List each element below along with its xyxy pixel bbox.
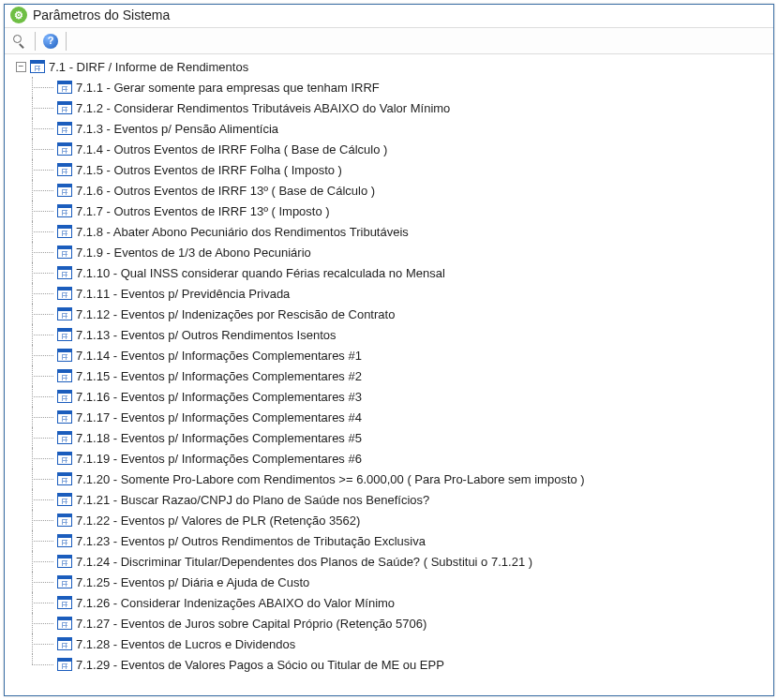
toolbar-separator	[66, 32, 67, 51]
tree-item-label: 7.1.9 - Eventos de 1/3 de Abono Pecuniár…	[76, 246, 311, 260]
tree-connector	[27, 97, 53, 118]
tree-connector	[27, 633, 53, 654]
tree-item[interactable]: 7.1.12 - Eventos p/ Indenizações por Res…	[23, 304, 770, 324]
tree-item-label: 7.1.2 - Considerar Rendimentos Tributáve…	[76, 101, 450, 115]
table-icon	[57, 349, 72, 362]
search-button[interactable]	[8, 30, 31, 52]
table-icon	[57, 142, 72, 156]
tree-item[interactable]: 7.1.26 - Considerar Indenizações ABAIXO …	[23, 592, 770, 613]
expander-icon[interactable]: −	[16, 62, 26, 72]
tree-connector	[27, 365, 53, 386]
table-icon	[57, 225, 72, 238]
table-icon	[57, 534, 72, 547]
tree-item[interactable]: 7.1.6 - Outros Eventos de IRRF 13º ( Bas…	[23, 180, 770, 201]
search-icon	[12, 34, 27, 49]
tree-item[interactable]: 7.1.8 - Abater Abono Pecuniário dos Rend…	[23, 221, 770, 242]
toolbar: ?	[5, 28, 773, 54]
table-icon	[57, 328, 72, 341]
tree-item[interactable]: 7.1.21 - Buscar Razao/CNPJ do Plano de S…	[23, 489, 770, 510]
tree-item[interactable]: 7.1.2 - Considerar Rendimentos Tributáve…	[23, 97, 770, 118]
table-icon	[57, 122, 72, 135]
table-icon	[57, 101, 72, 114]
tree-connector	[27, 613, 53, 633]
tree-item[interactable]: 7.1.19 - Eventos p/ Informações Compleme…	[23, 448, 770, 469]
tree-item[interactable]: 7.1.18 - Eventos p/ Informações Compleme…	[23, 427, 770, 448]
tree-item-label: 7.1.14 - Eventos p/ Informações Compleme…	[76, 349, 362, 363]
table-icon	[57, 472, 72, 485]
tree-connector	[27, 592, 53, 613]
tree-item-label: 7.1.28 - Eventos de Lucros e Dividendos	[76, 637, 295, 651]
tree-item-label: 7.1.15 - Eventos p/ Informações Compleme…	[76, 369, 362, 383]
tree-connector	[27, 386, 53, 407]
tree-connector	[27, 77, 53, 97]
tree-connector	[27, 510, 53, 530]
tree-item-label: 7.1.3 - Eventos p/ Pensão Alimentícia	[76, 122, 278, 136]
tree-item[interactable]: 7.1.20 - Somente Pro-Labore com Rendimen…	[23, 469, 770, 489]
tree-connector	[27, 448, 53, 469]
tree-connector	[27, 221, 53, 242]
tree-item[interactable]: 7.1.13 - Eventos p/ Outros Rendimentos I…	[23, 324, 770, 345]
tree-connector	[27, 159, 53, 180]
tree-item[interactable]: 7.1.5 - Outros Eventos de IRRF Folha ( I…	[23, 159, 770, 180]
tree-connector	[27, 530, 53, 551]
tree-connector	[27, 551, 53, 572]
tree-item[interactable]: 7.1.29 - Eventos de Valores Pagos a Sóci…	[23, 654, 770, 675]
app-icon: ⚙	[10, 7, 27, 23]
tree-item[interactable]: 7.1.9 - Eventos de 1/3 de Abono Pecuniár…	[23, 242, 770, 262]
tree-item[interactable]: 7.1.27 - Eventos de Juros sobre Capital …	[23, 613, 770, 633]
tree-item[interactable]: 7.1.11 - Eventos p/ Previdência Privada	[23, 283, 770, 304]
help-icon: ?	[43, 34, 58, 49]
toolbar-separator	[35, 32, 36, 51]
tree-item-label: 7.1.13 - Eventos p/ Outros Rendimentos I…	[76, 328, 336, 342]
tree-item[interactable]: 7.1.3 - Eventos p/ Pensão Alimentícia	[23, 118, 770, 139]
help-button[interactable]: ?	[39, 30, 62, 52]
table-icon	[57, 410, 72, 424]
table-icon	[57, 81, 72, 94]
tree-connector	[27, 201, 53, 221]
tree-item-label: 7.1.5 - Outros Eventos de IRRF Folha ( I…	[76, 163, 342, 177]
tree-children: 7.1.1 - Gerar somente para empresas que …	[8, 77, 770, 675]
tree-item-label: 7.1.8 - Abater Abono Pecuniário dos Rend…	[76, 225, 409, 239]
tree-connector	[27, 283, 53, 304]
table-icon	[57, 369, 72, 382]
titlebar: ⚙ Parâmetros do Sistema	[5, 5, 773, 28]
tree-root-node[interactable]: − 7.1 - DIRF / Informe de Rendimentos	[8, 56, 770, 77]
table-icon	[57, 287, 72, 300]
tree-item[interactable]: 7.1.17 - Eventos p/ Informações Compleme…	[23, 407, 770, 427]
table-icon	[57, 596, 72, 609]
tree-item-label: 7.1.7 - Outros Eventos de IRRF 13º ( Imp…	[76, 204, 330, 218]
tree-item[interactable]: 7.1.14 - Eventos p/ Informações Compleme…	[23, 345, 770, 365]
table-icon	[57, 266, 72, 279]
tree-connector	[27, 139, 53, 159]
table-icon	[57, 431, 72, 444]
tree-item-label: 7.1.4 - Outros Eventos de IRRF Folha ( B…	[76, 142, 387, 156]
tree-connector	[27, 180, 53, 201]
tree-item-label: 7.1.22 - Eventos p/ Valores de PLR (Rete…	[76, 514, 360, 528]
tree-item[interactable]: 7.1.4 - Outros Eventos de IRRF Folha ( B…	[23, 139, 770, 159]
tree-item[interactable]: 7.1.16 - Eventos p/ Informações Compleme…	[23, 386, 770, 407]
tree-item-label: 7.1.26 - Considerar Indenizações ABAIXO …	[76, 596, 395, 610]
tree-item[interactable]: 7.1.28 - Eventos de Lucros e Dividendos	[23, 633, 770, 654]
table-icon	[57, 493, 72, 506]
tree-connector	[27, 345, 53, 365]
table-icon	[30, 60, 45, 73]
table-icon	[57, 555, 72, 568]
tree-connector	[27, 469, 53, 489]
tree-item[interactable]: 7.1.7 - Outros Eventos de IRRF 13º ( Imp…	[23, 201, 770, 221]
tree-connector	[27, 572, 53, 592]
table-icon	[57, 390, 72, 403]
tree-view[interactable]: − 7.1 - DIRF / Informe de Rendimentos 7.…	[5, 54, 773, 695]
tree-connector	[27, 407, 53, 427]
table-icon	[57, 452, 72, 465]
tree-item-label: 7.1.25 - Eventos p/ Diária e Ajuda de Cu…	[76, 575, 309, 589]
tree-item[interactable]: 7.1.25 - Eventos p/ Diária e Ajuda de Cu…	[23, 572, 770, 592]
window-title: Parâmetros do Sistema	[33, 7, 170, 22]
tree-connector	[27, 262, 53, 283]
tree-item[interactable]: 7.1.22 - Eventos p/ Valores de PLR (Rete…	[23, 510, 770, 530]
tree-item[interactable]: 7.1.1 - Gerar somente para empresas que …	[23, 77, 770, 97]
tree-item[interactable]: 7.1.23 - Eventos p/ Outros Rendimentos d…	[23, 530, 770, 551]
tree-item[interactable]: 7.1.24 - Discriminar Titular/Dependentes…	[23, 551, 770, 572]
tree-item[interactable]: 7.1.15 - Eventos p/ Informações Compleme…	[23, 365, 770, 386]
tree-item[interactable]: 7.1.10 - Qual INSS considerar quando Fér…	[23, 262, 770, 283]
tree-item-label: 7.1.29 - Eventos de Valores Pagos a Sóci…	[76, 658, 444, 672]
